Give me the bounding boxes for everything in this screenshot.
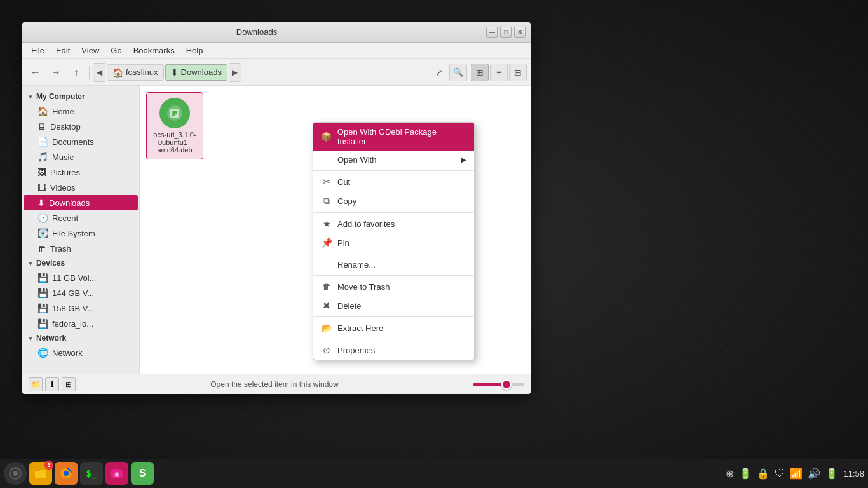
chevron-down-icon-3: ▼ bbox=[27, 335, 34, 342]
menu-edit[interactable]: Edit bbox=[51, 44, 75, 57]
deb-file-icon bbox=[159, 98, 190, 128]
window-controls: — □ ✕ bbox=[486, 27, 526, 38]
tray-icon-battery-1[interactable]: 🔋 bbox=[739, 468, 752, 480]
sidebar-item-music[interactable]: 🎵 Music bbox=[24, 149, 138, 165]
package-icon: 📦 bbox=[321, 132, 332, 142]
ctx-open-with-label: Open With bbox=[337, 155, 376, 165]
zoom-slider-thumb[interactable] bbox=[501, 379, 512, 390]
ctx-add-favorites[interactable]: ★ Add to favorites bbox=[313, 214, 474, 233]
svg-rect-15 bbox=[114, 469, 119, 471]
ctx-move-trash-label: Move to Trash bbox=[337, 282, 390, 292]
sidebar-item-recent[interactable]: 🕐 Recent bbox=[24, 210, 138, 226]
sidebar-item-trash[interactable]: 🗑 Trash bbox=[24, 241, 138, 256]
menu-bookmarks[interactable]: Bookmarks bbox=[128, 44, 180, 57]
minimize-button[interactable]: — bbox=[486, 27, 498, 38]
search-button[interactable]: 🔍 bbox=[449, 64, 467, 81]
zoom-slider[interactable] bbox=[473, 383, 524, 386]
statusbar-view-icon[interactable]: ⊞ bbox=[62, 377, 76, 391]
ctx-copy-label: Copy bbox=[337, 196, 356, 206]
sidebar-music-label: Music bbox=[52, 152, 74, 162]
ctx-move-trash[interactable]: 🗑 Move to Trash bbox=[313, 277, 474, 296]
ctx-cut[interactable]: ✂ Cut bbox=[313, 172, 474, 191]
taskbar-app-files[interactable] bbox=[29, 462, 52, 485]
tray-icon-shield[interactable]: 🛡 bbox=[775, 468, 785, 479]
sidebar-item-desktop[interactable]: 🖥 Desktop bbox=[24, 119, 138, 134]
forward-button[interactable]: → bbox=[46, 63, 65, 82]
back-button[interactable]: ← bbox=[26, 63, 45, 82]
menu-help[interactable]: Help bbox=[181, 44, 208, 57]
ctx-pin[interactable]: 📌 Pin bbox=[313, 233, 474, 252]
statusbar-text: Open the selected item in this window bbox=[81, 380, 468, 389]
tray-icon-1[interactable]: ⊕ bbox=[726, 468, 734, 480]
sidebar-item-downloads[interactable]: ⬇ Downloads bbox=[24, 195, 138, 210]
ctx-copy[interactable]: ⧉ Copy bbox=[313, 191, 474, 211]
statusbar-folder-icon[interactable]: 📁 bbox=[29, 377, 43, 391]
sidebar-item-device4[interactable]: 💾 fedora_lo... bbox=[24, 316, 138, 331]
delete-icon: ✖ bbox=[321, 301, 332, 311]
sidebar-section-network[interactable]: ▼ Network bbox=[22, 331, 139, 345]
menu-view[interactable]: View bbox=[76, 44, 104, 57]
move-trash-icon: 🗑 bbox=[321, 281, 332, 292]
sidebar-device1-label: 11 GB Vol... bbox=[52, 273, 96, 283]
breadcrumb-downloads[interactable]: ⬇ Downloads bbox=[165, 64, 227, 81]
zoom-slider-area[interactable] bbox=[473, 383, 524, 386]
ctx-pin-label: Pin bbox=[337, 238, 349, 248]
sidebar-home-label: Home bbox=[52, 107, 74, 116]
up-button[interactable]: ↑ bbox=[67, 63, 86, 82]
ctx-delete[interactable]: ✖ Delete bbox=[313, 296, 474, 315]
sidebar-item-documents[interactable]: 📄 Documents bbox=[24, 134, 138, 149]
breadcrumb-home[interactable]: 🏠 fosslinux bbox=[107, 64, 164, 81]
sidebar-item-device3[interactable]: 💾 158 GB V... bbox=[24, 301, 138, 316]
taskbar-app-terminal[interactable]: $_ bbox=[80, 462, 103, 485]
sidebar-section-devices[interactable]: ▼ Devices bbox=[22, 256, 139, 270]
sidebar: ▼ My Computer 🏠 Home 🖥 Desktop 📄 Documen… bbox=[22, 86, 140, 374]
taskbar-app-stack[interactable]: S bbox=[131, 462, 154, 485]
breadcrumb-home-label: fosslinux bbox=[126, 67, 158, 77]
ctx-open-gdebi[interactable]: 📦 Open With GDebi Package Installer bbox=[313, 123, 474, 151]
menu-go[interactable]: Go bbox=[105, 44, 126, 57]
sidebar-item-filesystem[interactable]: 💽 File System bbox=[24, 226, 138, 241]
tray-icon-battery-2[interactable]: 🔋 bbox=[825, 468, 838, 480]
toolbar-separator bbox=[89, 66, 90, 79]
sidebar-section-my-computer[interactable]: ▼ My Computer bbox=[22, 90, 139, 104]
sidebar-item-device1[interactable]: 💾 11 GB Vol... bbox=[24, 270, 138, 285]
sidebar-item-videos[interactable]: 🎞 Videos bbox=[24, 180, 138, 195]
file-manager-window: Downloads — □ ✕ File Edit View Go Bookma… bbox=[22, 22, 531, 394]
sidebar-network-sub-label: Network bbox=[52, 348, 83, 358]
videos-icon: 🎞 bbox=[37, 182, 46, 193]
tray-icon-volume[interactable]: 🔊 bbox=[808, 468, 820, 480]
sidebar-videos-label: Videos bbox=[50, 183, 76, 193]
taskbar-logo[interactable] bbox=[4, 462, 27, 485]
filesystem-icon: 💽 bbox=[37, 228, 48, 238]
sidebar-item-device2[interactable]: 💾 144 GB V... bbox=[24, 285, 138, 301]
drive-icon-4: 💾 bbox=[37, 318, 48, 329]
file-area[interactable]: ocs-url_3.1.0-0ubuntu1_amd64.deb 📦 Open … bbox=[140, 86, 531, 374]
sidebar-item-home[interactable]: 🏠 Home bbox=[24, 104, 138, 119]
ctx-extract-label: Extract Here bbox=[337, 323, 383, 333]
taskbar-app-camera[interactable] bbox=[105, 462, 128, 485]
breadcrumb-nav-right[interactable]: ▶ bbox=[229, 63, 241, 82]
menu-file[interactable]: File bbox=[26, 44, 50, 57]
maximize-button[interactable]: □ bbox=[500, 27, 512, 38]
sidebar-item-network[interactable]: 🌐 Network bbox=[24, 345, 138, 360]
view-list-button[interactable]: ≡ bbox=[490, 64, 508, 81]
statusbar-info-icon[interactable]: ℹ bbox=[45, 377, 59, 391]
ctx-rename[interactable]: Rename... bbox=[313, 255, 474, 274]
ctx-open-with[interactable]: Open With ▶ bbox=[313, 151, 474, 169]
sidebar-item-pictures[interactable]: 🖼 Pictures bbox=[24, 165, 138, 180]
home-icon: 🏠 bbox=[112, 67, 123, 78]
ctx-extract[interactable]: 📂 Extract Here bbox=[313, 318, 474, 337]
clock: 11:58 bbox=[843, 469, 864, 478]
close-button[interactable]: ✕ bbox=[514, 27, 526, 38]
menubar: File Edit View Go Bookmarks Help bbox=[22, 43, 531, 59]
taskbar-app-firefox[interactable] bbox=[55, 462, 78, 485]
file-item-deb[interactable]: ocs-url_3.1.0-0ubuntu1_amd64.deb bbox=[146, 92, 203, 159]
tray-icon-wifi[interactable]: 📶 bbox=[790, 468, 803, 480]
tray-icon-lock[interactable]: 🔒 bbox=[757, 468, 770, 480]
breadcrumb-nav-left[interactable]: ◀ bbox=[93, 63, 105, 82]
svg-rect-4 bbox=[172, 114, 175, 116]
view-compact-button[interactable]: ⊟ bbox=[509, 64, 527, 81]
network-section-label: Network bbox=[36, 334, 66, 342]
view-grid-button[interactable]: ⊞ bbox=[471, 64, 489, 81]
ctx-properties[interactable]: ⊙ Properties bbox=[313, 341, 474, 360]
